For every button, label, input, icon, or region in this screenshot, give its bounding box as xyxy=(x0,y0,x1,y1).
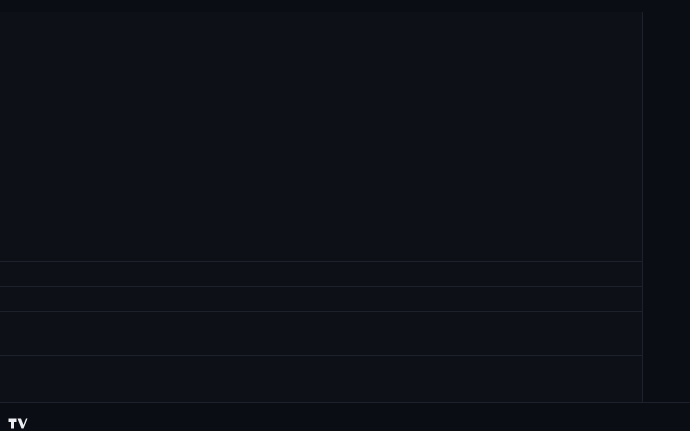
accum-dist-pane[interactable] xyxy=(0,287,642,312)
time-axis[interactable] xyxy=(0,402,690,416)
price-axis[interactable] xyxy=(642,12,690,402)
macd-pane[interactable] xyxy=(0,312,642,356)
tradingview-logo-icon xyxy=(8,418,28,429)
main-price-pane[interactable] xyxy=(0,12,642,262)
attribution-bar xyxy=(0,0,690,12)
footer-bar xyxy=(0,416,690,431)
stoch-pane[interactable] xyxy=(0,356,642,398)
chart-area xyxy=(0,12,690,402)
tradingview-logo[interactable] xyxy=(8,418,32,429)
chart-panes xyxy=(0,12,642,402)
rsi-pane[interactable] xyxy=(0,262,642,287)
app-root xyxy=(0,0,690,431)
